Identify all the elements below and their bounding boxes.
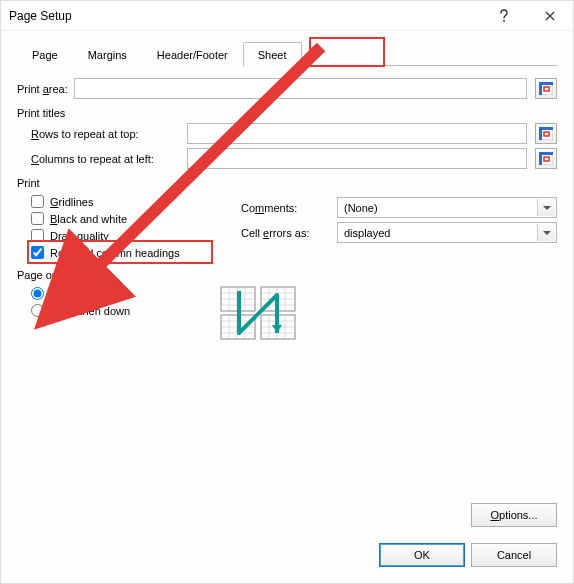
comments-row: Comments: (None): [241, 197, 557, 218]
draft-label: Draft quality: [50, 230, 109, 242]
callout-box-sheet-tab: [309, 37, 385, 67]
svg-point-0: [503, 20, 505, 22]
over-then-down-row[interactable]: Over, then down: [31, 302, 201, 319]
range-select-icon: [539, 152, 553, 165]
draft-checkbox-row[interactable]: Draft quality: [31, 227, 231, 244]
tab-bar: Page Margins Header/Footer Sheet: [17, 41, 557, 66]
print-section: Print Gridlines Black and white Draft qu…: [17, 177, 557, 261]
comments-select[interactable]: (None): [337, 197, 557, 218]
down-then-over-row[interactable]: Down, then over: [31, 285, 201, 302]
chevron-down-icon: [543, 231, 551, 235]
print-area-row: Print area:: [17, 78, 557, 99]
titlebar: Page Setup: [1, 1, 573, 31]
dialog-button-bar: OK Cancel: [17, 543, 557, 567]
rows-repeat-range-button[interactable]: [535, 123, 557, 144]
page-order-radio-group: Down, then over Over, then down: [31, 285, 201, 319]
help-button[interactable]: [481, 1, 527, 31]
dialog-title: Page Setup: [9, 9, 481, 23]
rows-repeat-input[interactable]: [187, 123, 527, 144]
tab-header-footer[interactable]: Header/Footer: [142, 42, 243, 66]
down-then-over-label: Down, then over: [50, 288, 130, 300]
bw-checkbox-row[interactable]: Black and white: [31, 210, 231, 227]
chevron-down-icon: [543, 206, 551, 210]
close-icon: [545, 11, 555, 21]
rowcol-checkbox[interactable]: [31, 246, 44, 259]
dialog-body: Page Margins Header/Footer Sheet Print a…: [1, 31, 573, 583]
cols-repeat-label: Columns to repeat at left:: [31, 153, 181, 165]
help-icon: [499, 9, 509, 23]
gridlines-label: Gridlines: [50, 196, 93, 208]
range-select-icon: [539, 82, 553, 95]
tab-margins[interactable]: Margins: [73, 42, 142, 66]
cell-errors-select[interactable]: displayed: [337, 222, 557, 243]
tab-sheet[interactable]: Sheet: [243, 42, 302, 66]
page-order-preview-icon: [219, 285, 299, 343]
draft-checkbox[interactable]: [31, 229, 44, 242]
page-setup-dialog: Page Setup Page Margins Header/Footer Sh…: [0, 0, 574, 584]
svg-rect-3: [539, 82, 542, 95]
rowcol-checkbox-row[interactable]: Row and column headings: [31, 244, 231, 261]
page-order-label: Page order: [17, 269, 557, 281]
comments-value: (None): [344, 202, 378, 214]
cell-errors-row: Cell errors as: displayed: [241, 222, 557, 243]
bw-checkbox[interactable]: [31, 212, 44, 225]
gridlines-checkbox[interactable]: [31, 195, 44, 208]
down-then-over-radio[interactable]: [31, 287, 44, 300]
page-order-section: Page order Down, then over Over, then do…: [17, 269, 557, 343]
rowcol-label: Row and column headings: [50, 247, 180, 259]
print-area-label: Print area:: [17, 83, 68, 95]
range-select-icon: [539, 127, 553, 140]
print-section-label: Print: [17, 177, 557, 189]
tab-page[interactable]: Page: [17, 42, 73, 66]
over-then-down-radio[interactable]: [31, 304, 44, 317]
cols-repeat-input[interactable]: [187, 148, 527, 169]
rows-repeat-row: Rows to repeat at top:: [31, 123, 557, 144]
ok-button[interactable]: OK: [379, 543, 465, 567]
cell-errors-value: displayed: [344, 227, 390, 239]
over-then-down-label: Over, then down: [50, 305, 130, 317]
print-right-group: Comments: (None) Cell errors as: display…: [241, 193, 557, 247]
rows-repeat-label: Rows to repeat at top:: [31, 128, 181, 140]
cell-errors-label: Cell errors as:: [241, 227, 331, 239]
comments-label: Comments:: [241, 202, 331, 214]
close-button[interactable]: [527, 1, 573, 31]
svg-rect-11: [539, 152, 542, 165]
bw-label: Black and white: [50, 213, 127, 225]
print-area-input[interactable]: [74, 78, 527, 99]
print-titles-section: Print titles Rows to repeat at top:: [17, 107, 557, 169]
cols-repeat-range-button[interactable]: [535, 148, 557, 169]
gridlines-checkbox-row[interactable]: Gridlines: [31, 193, 231, 210]
print-area-range-button[interactable]: [535, 78, 557, 99]
print-titles-label: Print titles: [17, 107, 557, 119]
print-checkbox-group: Gridlines Black and white Draft quality …: [31, 193, 231, 261]
cancel-button[interactable]: Cancel: [471, 543, 557, 567]
svg-rect-7: [539, 127, 542, 140]
options-button[interactable]: Options...: [471, 503, 557, 527]
cols-repeat-row: Columns to repeat at left:: [31, 148, 557, 169]
